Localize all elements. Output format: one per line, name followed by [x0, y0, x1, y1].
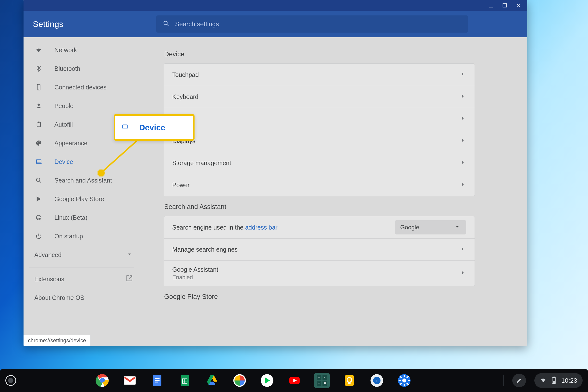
sidebar-item-about[interactable]: About Chrome OS: [24, 288, 140, 307]
callout-dot: [98, 170, 104, 176]
window-close-button[interactable]: [515, 2, 522, 9]
app-keep-icon[interactable]: [342, 373, 357, 388]
chevron-right-icon: [460, 93, 466, 101]
search-input[interactable]: [175, 20, 462, 28]
chevron-down-icon: [126, 251, 133, 259]
person-icon: [34, 102, 43, 110]
app-play-icon[interactable]: [259, 373, 275, 388]
sidebar-item-google-play[interactable]: Google Play Store: [24, 190, 140, 208]
sidebar-item-people[interactable]: People: [24, 96, 140, 115]
search-icon: [34, 176, 43, 185]
sidebar-item-device[interactable]: Device: [24, 152, 140, 171]
svg-rect-11: [36, 160, 41, 163]
app-info-icon[interactable]: i: [369, 373, 385, 388]
window-maximize-button[interactable]: [501, 2, 508, 9]
laptop-icon: [122, 124, 128, 131]
sidebar-item-label: Google Play Store: [54, 196, 104, 202]
svg-point-12: [36, 178, 40, 182]
svg-text:−: −: [318, 376, 320, 380]
wifi-status-icon: [540, 376, 546, 384]
shelf-separator: [504, 374, 504, 386]
stylus-tools-button[interactable]: [512, 374, 526, 387]
window-minimize-button[interactable]: [488, 2, 494, 9]
phone-icon: [34, 83, 43, 92]
manage-search-engines-row[interactable]: Manage search engines: [164, 238, 474, 260]
search-assistant-card: Search engine used in the address bar Go…: [164, 216, 475, 286]
chevron-right-icon: [460, 115, 466, 123]
laptop-icon: [34, 157, 43, 166]
app-gmail-icon[interactable]: [122, 373, 138, 388]
chevron-right-icon: [460, 181, 466, 190]
device-row-displays[interactable]: Displays: [164, 130, 474, 152]
open-in-new-icon: [126, 275, 133, 283]
sidebar-item-bluetooth[interactable]: Bluetooth: [24, 59, 140, 78]
sidebar-item-label: Bluetooth: [54, 65, 80, 72]
linux-icon: [34, 213, 43, 222]
google-assistant-row[interactable]: Google Assistant Enabled: [164, 260, 474, 286]
section-title-play-store: Google Play Store: [164, 293, 516, 300]
sidebar-item-on-startup[interactable]: On startup: [24, 227, 140, 246]
app-calculator-icon[interactable]: −×+=: [314, 373, 330, 388]
sidebar-item-extensions[interactable]: Extensions: [24, 270, 140, 288]
svg-point-7: [37, 142, 38, 143]
svg-point-8: [38, 141, 38, 142]
svg-rect-17: [123, 125, 128, 128]
device-row-storage[interactable]: Storage management: [164, 152, 474, 174]
section-title-search-assistant: Search and Assistant: [164, 203, 516, 211]
advanced-label: Advanced: [34, 251, 62, 258]
callout-device: Device: [114, 114, 194, 141]
chevron-right-icon: [460, 246, 466, 254]
app-sheets-icon[interactable]: [177, 373, 192, 388]
svg-rect-6: [38, 122, 40, 123]
app-drive-icon[interactable]: [204, 373, 220, 388]
sidebar-item-label: Connected devices: [54, 84, 106, 91]
settings-content: Device Touchpad Keyboard Stylus Displays: [140, 37, 527, 346]
status-tooltip: chrome://settings/device: [24, 335, 91, 346]
svg-point-1: [164, 21, 167, 25]
device-row-keyboard[interactable]: Keyboard: [164, 86, 474, 108]
sidebar-item-linux[interactable]: Linux (Beta): [24, 208, 140, 227]
device-row-touchpad[interactable]: Touchpad: [164, 64, 474, 86]
search-engine-row[interactable]: Search engine used in the address bar Go…: [164, 216, 474, 238]
bluetooth-icon: [34, 64, 43, 73]
search-settings[interactable]: [156, 16, 468, 32]
app-youtube-icon[interactable]: [287, 373, 302, 388]
row-label: Power: [172, 182, 190, 189]
chevron-down-icon: [454, 223, 461, 232]
device-row-power[interactable]: Power: [164, 174, 474, 196]
svg-rect-5: [37, 122, 40, 127]
app-photos-icon[interactable]: [232, 373, 248, 388]
search-engine-select[interactable]: Google: [395, 220, 466, 234]
settings-sidebar: Network Bluetooth Connected devices Peop…: [24, 37, 140, 346]
row-label: Search engine used in the address bar: [172, 224, 277, 231]
sidebar-item-connected-devices[interactable]: Connected devices: [24, 78, 140, 96]
row-label: Manage search engines: [172, 246, 238, 253]
settings-headerbar: Settings: [24, 11, 527, 37]
status-tray[interactable]: 10:23: [534, 373, 582, 388]
svg-point-14: [38, 216, 38, 217]
app-chrome-icon[interactable]: [94, 373, 110, 388]
address-bar-link[interactable]: address bar: [245, 224, 277, 231]
power-icon: [34, 232, 43, 240]
svg-text:=: =: [324, 381, 326, 385]
sidebar-item-network[interactable]: Network: [24, 41, 140, 59]
sidebar-item-label: Search and Assistant: [54, 177, 112, 184]
app-settings-icon[interactable]: [396, 373, 412, 388]
select-value: Google: [400, 224, 419, 231]
device-row-stylus[interactable]: Stylus: [164, 108, 474, 130]
sidebar-item-search-assistant[interactable]: Search and Assistant: [24, 171, 140, 190]
svg-point-9: [39, 141, 40, 142]
sidebar-separator: [30, 268, 134, 268]
app-docs-icon[interactable]: [150, 373, 165, 388]
svg-point-15: [39, 216, 40, 217]
sidebar-advanced-toggle[interactable]: Advanced: [24, 246, 140, 264]
wifi-icon: [34, 46, 43, 54]
svg-rect-38: [345, 375, 354, 386]
svg-rect-23: [155, 378, 160, 379]
status-url: chrome://settings/device: [28, 337, 86, 344]
clock: 10:23: [561, 377, 577, 384]
row-label: Keyboard: [172, 93, 198, 100]
launcher-button[interactable]: [6, 375, 16, 386]
settings-window: Settings Network Bluetooth Connected dev…: [24, 0, 527, 346]
svg-rect-40: [348, 382, 350, 384]
